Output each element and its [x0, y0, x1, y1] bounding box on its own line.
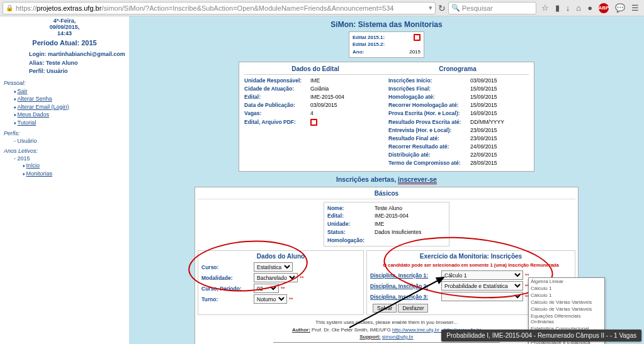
search-icon: 🔍: [451, 4, 460, 12]
disciplina-select-3[interactable]: [441, 292, 523, 301]
home-icon[interactable]: ⌂: [576, 3, 581, 13]
basicos-box: Nome:Teste AlunoEdital:IME-2015-004Unida…: [324, 202, 449, 247]
lock-icon: 🔒: [6, 4, 13, 11]
main-content: SiMon: Sistema das Monitorias Edital 201…: [129, 16, 644, 344]
dropdown-option[interactable]: Cálculo 1: [529, 292, 604, 299]
disciplina-select-1[interactable]: Cálculo 1: [441, 270, 523, 280]
editais-summary: Edital 2015.1:Edital 2015.2:Ano:2015: [349, 31, 424, 58]
search-placeholder: Pesquisar: [462, 4, 493, 12]
header-dados-edital: Dados do Edital: [244, 65, 387, 72]
time: 14:43: [4, 30, 125, 36]
periodo-select[interactable]: 02: [254, 284, 279, 293]
pocket-icon[interactable]: ▮: [555, 3, 560, 13]
section-pessoal: Pessoal:: [4, 80, 125, 86]
inscrever-se-link[interactable]: inscrever-se: [398, 175, 437, 184]
current-period: Período Atual: 2015: [4, 39, 125, 47]
dropdown-icon[interactable]: ▾: [429, 4, 432, 12]
sidebar-link[interactable]: Início: [26, 162, 40, 169]
dropdown-option[interactable]: Cálculo de Várias Variáveis: [529, 306, 604, 313]
url-path: /simon/SiMon/?Action=Inscribe&SubAction=…: [101, 4, 393, 12]
sidebar-link[interactable]: Meus Dados: [18, 111, 50, 118]
desfazer-button[interactable]: Desfazer: [398, 304, 428, 313]
edital-box: Dados do Edital Cronograma Unidade Respo…: [239, 62, 534, 172]
url-scheme: https://: [16, 4, 37, 12]
bullet-icon[interactable]: ●: [587, 3, 592, 13]
tooltip: Probabilidade I, IME-2015-004 - Remunera…: [441, 330, 641, 341]
weekday: 4ª-Feira,: [4, 18, 125, 24]
browser-chrome: 🔒 https:// projetos.extras.ufg.br /simon…: [0, 0, 644, 16]
pdf-icon[interactable]: [310, 119, 317, 126]
dropdown-option[interactable]: Cálculo 1: [529, 285, 604, 292]
url-bar[interactable]: 🔒 https:// projetos.extras.ufg.br /simon…: [3, 2, 436, 14]
abp-icon[interactable]: ABP: [599, 3, 609, 13]
speech-icon[interactable]: 💬: [615, 3, 625, 13]
dados-aluno-box: Dados do Aluno Curso:Estatística Modalid…: [198, 250, 364, 315]
dropdown-option[interactable]: Álgebra Linear: [529, 278, 604, 285]
page-title: SiMon: Sistema das Monitorias: [142, 20, 631, 29]
url-host: projetos.extras.ufg.br: [37, 4, 101, 12]
browser-search[interactable]: 🔍 Pesquisar: [448, 2, 536, 14]
dropdown-option[interactable]: Cálculo de Várias Variáveis: [529, 299, 604, 306]
reload-icon[interactable]: ↻: [438, 3, 446, 13]
sidebar-link[interactable]: Sair: [18, 88, 28, 94]
download-icon[interactable]: ↓: [566, 3, 570, 13]
section-anos: Anos Letivos:: [4, 148, 125, 154]
sidebar: 4ª-Feira, 09/09/2015, 14:43 Período Atua…: [0, 16, 129, 344]
sidebar-link[interactable]: Tutorial: [18, 119, 37, 126]
sidebar-link[interactable]: Monitorias: [26, 170, 53, 177]
star-icon[interactable]: ☆: [541, 3, 549, 13]
date: 09/09/2015,: [4, 24, 125, 30]
turno-select[interactable]: Noturno: [254, 294, 287, 304]
sidebar-link[interactable]: Alterar Email (Login): [18, 104, 69, 110]
salvar-button[interactable]: Salvar: [373, 304, 397, 313]
basicos-header: Básicos: [198, 190, 575, 199]
dropdown-option[interactable]: Equações Diferenciais Ordinárias: [529, 313, 604, 325]
form-panel: Básicos Nome:Teste AlunoEdital:IME-2015-…: [195, 187, 579, 344]
inscricoes-line: Inscrições abertas, inscrever-se: [142, 175, 631, 183]
sidebar-link[interactable]: Alterar Senha: [18, 96, 52, 102]
header-cronograma: Cronograma: [387, 65, 529, 72]
pdf-icon[interactable]: [414, 34, 421, 41]
disciplina-select-2[interactable]: Probabilidade e Estatística: [441, 281, 523, 291]
modalidade-select[interactable]: Bacharelado: [254, 273, 298, 282]
section-perfis: Perfis:: [4, 130, 125, 136]
curso-select[interactable]: Estatística: [254, 262, 293, 272]
menu-icon[interactable]: ☰: [631, 3, 639, 13]
